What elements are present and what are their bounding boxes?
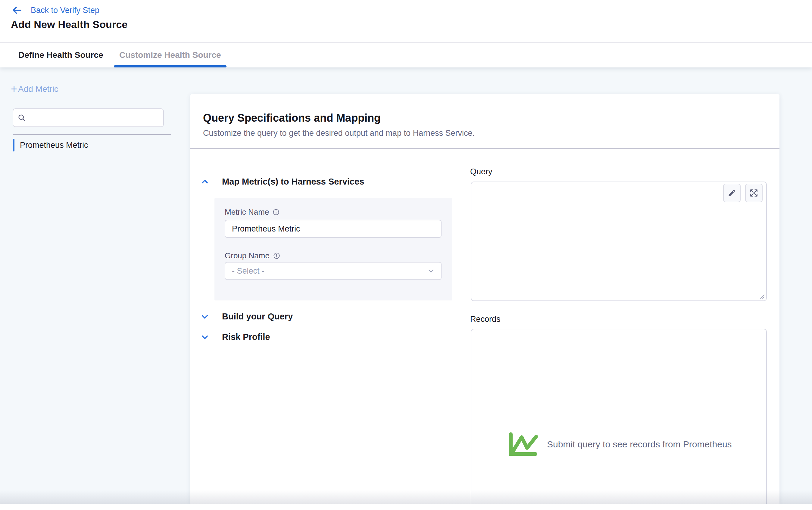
search-icon [18, 114, 26, 122]
chevron-up-icon [200, 177, 209, 186]
section-risk-profile-label: Risk Profile [222, 332, 270, 342]
card-divider [190, 148, 780, 149]
records-panel: Submit query to see records from Prometh… [471, 329, 767, 504]
add-metric-label: Add Metric [18, 84, 58, 94]
tab-customize-label: Customize Health Source [119, 50, 221, 60]
tab-customize-health-source[interactable]: Customize Health Source [119, 43, 221, 67]
plus-icon: + [11, 84, 17, 94]
records-empty-message: Submit query to see records from Prometh… [547, 439, 732, 449]
group-name-label: Group Name [225, 251, 280, 261]
edit-query-button[interactable] [723, 184, 741, 202]
metric-name-input[interactable] [225, 220, 441, 238]
metric-list-item-prometheus[interactable]: Prometheus Metric [13, 139, 88, 151]
records-label: Records [470, 314, 500, 324]
selected-indicator-bar [13, 139, 14, 151]
records-empty-state: Submit query to see records from Prometh… [508, 432, 732, 456]
section-build-query-label: Build your Query [222, 311, 293, 322]
chevron-down-icon [200, 312, 209, 321]
query-textarea[interactable] [471, 182, 767, 301]
card-heading: Query Specifications and Mapping [203, 112, 381, 124]
card-subheading: Customize the query to get the desired o… [203, 128, 475, 138]
metric-name-label: Metric Name [225, 207, 280, 217]
query-actions [723, 184, 763, 202]
group-name-placeholder: - Select - [232, 266, 264, 276]
add-metric-button[interactable]: + Add Metric [11, 84, 58, 94]
bottom-shadow-fade [0, 490, 812, 504]
add-health-source-page: Back to Verify Step Add New Health Sourc… [0, 0, 812, 510]
sidebar-divider [13, 134, 171, 135]
section-map-metrics-toggle[interactable]: Map Metric(s) to Harness Services [200, 177, 364, 187]
metric-search-input[interactable] [30, 113, 159, 123]
chevron-down-icon [200, 333, 209, 342]
resize-handle[interactable] [758, 292, 765, 300]
line-chart-icon [508, 432, 538, 456]
back-link-label: Back to Verify Step [31, 6, 99, 15]
group-name-select[interactable]: - Select - [225, 262, 441, 280]
tab-define-health-source[interactable]: Define Health Source [18, 43, 103, 67]
tab-define-label: Define Health Source [18, 50, 103, 60]
back-to-verify-step-link[interactable]: Back to Verify Step [11, 4, 99, 16]
metric-search-box[interactable] [13, 109, 164, 127]
section-build-query-toggle[interactable]: Build your Query [200, 311, 293, 322]
info-icon[interactable] [273, 252, 280, 259]
arrow-left-icon [11, 5, 22, 16]
page-title: Add New Health Source [11, 19, 128, 30]
expand-query-button[interactable] [745, 184, 763, 202]
pencil-icon [728, 189, 736, 197]
active-tab-underline [114, 65, 227, 67]
query-label: Query [470, 167, 492, 176]
bottom-white-strip [0, 504, 812, 510]
section-map-metrics-label: Map Metric(s) to Harness Services [222, 177, 364, 187]
info-icon[interactable] [272, 209, 280, 215]
map-metrics-form-panel: Metric Name Group Name - Select - [214, 198, 452, 300]
query-specifications-card: Query Specifications and Mapping Customi… [190, 94, 780, 504]
page-header: Back to Verify Step Add New Health Sourc… [0, 0, 812, 43]
metric-item-label: Prometheus Metric [20, 141, 88, 150]
health-source-tabbar: Define Health Source Customize Health So… [0, 43, 812, 67]
section-risk-profile-toggle[interactable]: Risk Profile [200, 332, 270, 342]
chevron-down-icon [427, 266, 436, 275]
fullscreen-expand-icon [750, 189, 758, 197]
